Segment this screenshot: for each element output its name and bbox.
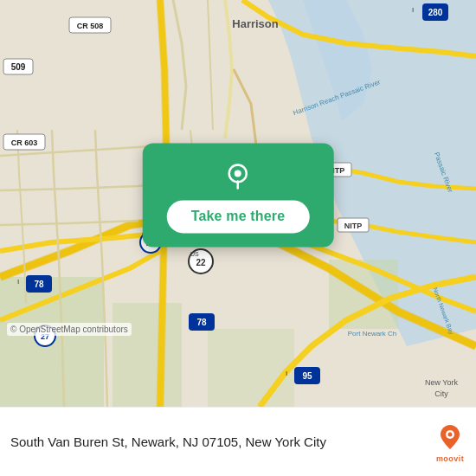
- svg-text:78: 78: [34, 280, 44, 289]
- moovit-logo: moovit: [434, 421, 466, 463]
- svg-text:NITP: NITP: [344, 222, 363, 230]
- bottom-bar: South Van Buren St, Newark, NJ 07105, Ne…: [0, 407, 476, 476]
- svg-point-43: [235, 170, 241, 177]
- svg-text:I: I: [286, 370, 287, 377]
- svg-text:Port Newark Ch: Port Newark Ch: [348, 330, 396, 338]
- moovit-label: moovit: [436, 454, 464, 463]
- svg-text:I: I: [17, 278, 19, 286]
- svg-text:US: US: [190, 251, 199, 257]
- moovit-icon: [434, 421, 466, 453]
- location-card: Take me there: [143, 143, 334, 247]
- svg-text:280: 280: [428, 8, 443, 17]
- svg-text:CR 508: CR 508: [77, 22, 104, 30]
- svg-text:Harrison: Harrison: [232, 17, 279, 30]
- svg-rect-3: [208, 329, 294, 407]
- map-container: 509 CR 508 CR 603 Harrison Harrison Reac…: [0, 0, 476, 407]
- svg-text:78: 78: [196, 318, 207, 327]
- svg-text:CR 603: CR 603: [11, 138, 38, 147]
- take-me-there-button[interactable]: Take me there: [167, 200, 310, 233]
- svg-text:509: 509: [11, 62, 26, 72]
- copyright-text: © OpenStreetMap contributors: [7, 323, 132, 336]
- svg-rect-2: [113, 303, 182, 407]
- address-text: South Van Buren St, Newark, NJ 07105, Ne…: [10, 434, 426, 451]
- svg-text:New York: New York: [425, 378, 459, 387]
- location-pin-icon: [221, 158, 255, 193]
- svg-text:I: I: [412, 6, 414, 14]
- svg-point-45: [448, 432, 453, 436]
- svg-text:City: City: [434, 389, 448, 398]
- svg-text:22: 22: [196, 258, 206, 267]
- svg-text:95: 95: [302, 371, 312, 381]
